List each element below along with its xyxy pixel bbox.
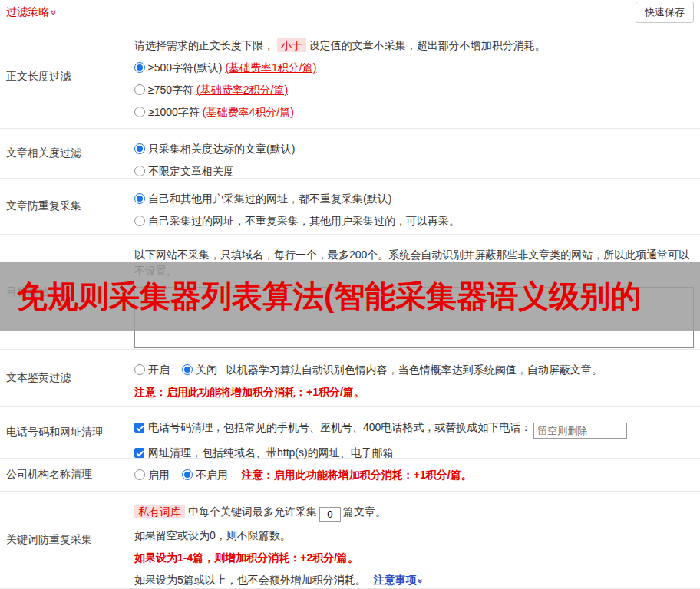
length-option-750: ≥750字符(基础费率2积分/篇) xyxy=(134,82,694,98)
company-off-label: 不启用 xyxy=(196,469,228,481)
phone-replace-input[interactable] xyxy=(533,423,627,439)
dedup-self-label: 自己采集过的网址，不重复采集，其他用户采集过的，可以再采。 xyxy=(148,215,460,227)
relevance-option-any: 不限定文章相关度 xyxy=(134,163,694,179)
dedup-option-self: 自己采集过的网址，不重复采集，其他用户采集过的，可以再采。 xyxy=(134,213,694,229)
content-length-content: 请选择需求的正文长度下限， 小于 设定值的文章不采集，超出部分不增加积分消耗。 … xyxy=(134,25,700,128)
radio-length-750[interactable] xyxy=(134,84,145,95)
radio-relevance-any[interactable] xyxy=(134,166,145,176)
length-option-1000-label: ≥1000字符 xyxy=(148,106,200,118)
notes-link-label: 注意事项 xyxy=(374,574,417,586)
company-content: 启用 不启用 注意：启用此功能将增加积分消耗：+1积分/篇。 xyxy=(134,459,700,491)
keyword-content: 私有词库 中每个关键词最多允许采集篇文章。 如果留空或设为0，则不限篇数。 如果… xyxy=(134,492,700,588)
content-length-intro: 请选择需求的正文长度下限， 小于 设定值的文章不采集，超出部分不增加积分消耗。 xyxy=(134,38,694,54)
keyword-limit-line: 私有词库 中每个关键词最多允许采集篇文章。 xyxy=(134,504,694,522)
length-option-1000: ≥1000字符(基础费率4积分/篇) xyxy=(134,104,694,120)
length-option-500: ≥500字符(默认)(基础费率1积分/篇) xyxy=(134,60,694,76)
company-options: 启用 不启用 注意：启用此功能将增加积分消耗：+1积分/篇。 xyxy=(134,467,472,483)
phone-cleanup-label: 电话号码清理，包括常见的手机号、座机号、400电话格式，或替换成如下电话： xyxy=(148,421,531,433)
length-option-500-fee-note: (基础费率1积分/篇) xyxy=(225,61,316,74)
length-option-500-label: ≥500字符(默认) xyxy=(148,61,222,74)
row-relevance-filter: 文章相关度过滤 只采集相关度达标的文章(默认) 不限定文章相关度 xyxy=(0,129,700,179)
phone-url-label: 电话号码和网址清理 xyxy=(0,407,134,458)
length-option-1000-fee-note: (基础费率4积分/篇) xyxy=(203,106,294,118)
page-title: 过滤策略 xyxy=(6,5,49,18)
radio-dedup-self[interactable] xyxy=(134,216,145,226)
length-option-750-label: ≥750字符 xyxy=(148,84,193,96)
radio-length-1000[interactable] xyxy=(134,107,145,117)
dedup-option-all: 自己和其他用户采集过的网址，都不重复采集(默认) xyxy=(134,191,694,207)
dedup-all-label: 自己和其他用户采集过的网址，都不重复采集(默认) xyxy=(148,192,391,205)
section-title-toggle[interactable]: 过滤策略» xyxy=(6,5,57,19)
radio-porn-off[interactable] xyxy=(182,364,193,375)
radio-dedup-all[interactable] xyxy=(134,193,145,204)
row-dedup-filter: 文章防重复采集 自己和其他用户采集过的网址，都不重复采集(默认) 自己采集过的网… xyxy=(0,179,700,235)
radio-porn-on[interactable] xyxy=(134,364,145,375)
porn-filter-note: 注意：启用此功能将增加积分消耗：+1积分/篇。 xyxy=(134,384,694,400)
porn-on-label: 开启 xyxy=(148,364,170,376)
private-lexicon-tag: 私有词库 xyxy=(134,505,185,518)
porn-filter-label: 文本鉴黄过滤 xyxy=(0,350,134,406)
dedup-content: 自己和其他用户采集过的网址，都不重复采集(默认) 自己采集过的网址，不重复采集，… xyxy=(134,179,700,234)
url-cleanup-label: 网址清理，包括纯域名、带http(s)的网址、电子邮箱 xyxy=(148,446,394,459)
quick-save-button[interactable]: 快速保存 xyxy=(636,2,694,23)
length-option-750-fee-note: (基础费率2积分/篇) xyxy=(196,84,288,96)
keyword-note-fee: 如果设为1-4篇，则增加积分消耗：+2积分/篇。 xyxy=(134,550,694,566)
relevance-any-label: 不限定文章相关度 xyxy=(148,165,234,177)
porn-filter-desc: 以机器学习算法自动识别色情内容，当色情概率达到系统阈值，自动屏蔽文章。 xyxy=(226,364,603,376)
intro-post: 设定值的文章不采集，超出部分不增加积分消耗。 xyxy=(309,39,546,51)
keyword-free-text: 如果设为5篇或以上，也不会额外增加积分消耗。 xyxy=(134,574,366,586)
keyword-label: 关键词防重复采集 xyxy=(0,492,134,588)
radio-company-on[interactable] xyxy=(134,469,145,480)
relevance-content: 只采集相关度达标的文章(默认) 不限定文章相关度 xyxy=(134,129,700,178)
keyword-note-unlimited: 如果留空或设为0，则不限篇数。 xyxy=(134,528,694,544)
relevance-option-strict: 只采集相关度达标的文章(默认) xyxy=(134,141,694,157)
relevance-strict-label: 只采集相关度达标的文章(默认) xyxy=(148,143,295,155)
page-header: 过滤策略» 快速保存 xyxy=(0,0,700,25)
watermark-overlay: 免规则采集器列表算法(智能采集器语义级别的 xyxy=(0,262,700,331)
row-phone-url-cleanup: 电话号码和网址清理 电话号码清理，包括常见的手机号、座机号、400电话格式，或替… xyxy=(0,407,700,459)
row-porn-filter: 文本鉴黄过滤 开启 关闭 以机器学习算法自动识别色情内容，当色情概率达到系统阈值… xyxy=(0,350,700,407)
radio-company-off[interactable] xyxy=(182,469,193,480)
relevance-label: 文章相关度过滤 xyxy=(0,129,134,178)
porn-off-label: 关闭 xyxy=(196,364,217,376)
porn-filter-content: 开启 关闭 以机器学习算法自动识别色情内容，当色情概率达到系统阈值，自动屏蔽文章… xyxy=(134,350,700,406)
filter-settings-page: 过滤策略» 快速保存 正文长度过滤 请选择需求的正文长度下限， 小于 设定值的文… xyxy=(0,0,700,589)
company-label: 公司机构名称清理 xyxy=(0,459,134,491)
phone-cleanup-option: 电话号码清理，包括常见的手机号、座机号、400电话格式，或替换成如下电话： xyxy=(134,420,694,439)
company-on-label: 启用 xyxy=(148,469,170,481)
row-content-length-filter: 正文长度过滤 请选择需求的正文长度下限， 小于 设定值的文章不采集，超出部分不增… xyxy=(0,25,700,129)
keyword-limit-mid: 中每个关键词最多允许采集 xyxy=(188,505,317,518)
keyword-limit-post: 篇文章。 xyxy=(343,505,386,518)
radio-relevance-strict[interactable] xyxy=(134,143,145,154)
phone-url-content: 电话号码清理，包括常见的手机号、座机号、400电话格式，或替换成如下电话： 网址… xyxy=(134,407,700,458)
url-cleanup-checkbox[interactable] xyxy=(134,448,144,458)
content-length-label: 正文长度过滤 xyxy=(0,25,134,128)
row-keyword-dedup: 关键词防重复采集 私有词库 中每个关键词最多允许采集篇文章。 如果留空或设为0，… xyxy=(0,492,700,589)
dedup-label: 文章防重复采集 xyxy=(0,179,134,234)
watermark-text: 免规则采集器列表算法(智能采集器语义级别的 xyxy=(0,275,641,318)
company-note: 注意：启用此功能将增加积分消耗：+1积分/篇。 xyxy=(242,469,472,481)
chevron-down-icon: » xyxy=(411,578,428,583)
notes-link[interactable]: 注意事项» xyxy=(374,574,422,586)
keyword-limit-input[interactable] xyxy=(319,507,341,522)
row-company-cleanup: 公司机构名称清理 启用 不启用 注意：启用此功能将增加积分消耗：+1积分/篇。 xyxy=(0,459,700,492)
intro-pre: 请选择需求的正文长度下限， xyxy=(134,39,274,51)
keyword-note-free: 如果设为5篇或以上，也不会额外增加积分消耗。 注意事项» xyxy=(134,572,694,589)
phone-cleanup-checkbox[interactable] xyxy=(134,423,144,433)
porn-filter-options: 开启 关闭 以机器学习算法自动识别色情内容，当色情概率达到系统阈值，自动屏蔽文章… xyxy=(134,362,694,378)
radio-length-500[interactable] xyxy=(134,62,145,73)
intro-highlight: 小于 xyxy=(277,38,306,52)
chevron-down-icon: » xyxy=(48,10,59,15)
